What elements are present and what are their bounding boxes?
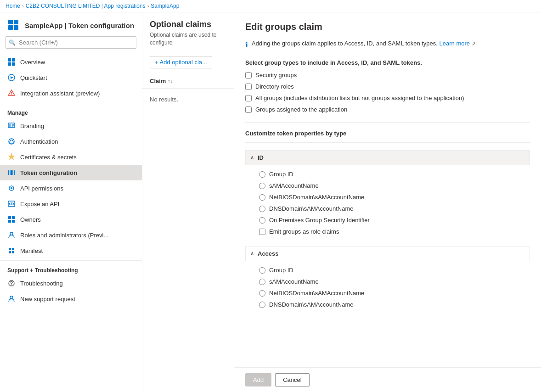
id-netbios-radio[interactable]	[259, 194, 265, 201]
checkbox-security-groups[interactable]: Security groups	[245, 72, 530, 78]
acc-dns-radio[interactable]	[259, 302, 265, 308]
acc-group-id-radio[interactable]	[259, 267, 265, 274]
svg-rect-23	[14, 170, 15, 175]
nav-item-certs[interactable]: Certificates & secrets	[0, 149, 142, 165]
app-icon	[7, 19, 20, 32]
svg-rect-14	[9, 124, 11, 127]
section-divider	[245, 122, 530, 123]
nav-item-expose[interactable]: Expose an API	[0, 196, 142, 212]
all-groups-label: All groups (includes distribution lists …	[255, 95, 464, 101]
support-section-label: Support + Troubleshooting	[0, 260, 142, 275]
checkbox-assigned-groups[interactable]: Groups assigned to the application	[245, 106, 530, 113]
add-button[interactable]: Add	[245, 373, 271, 386]
panel-title: Edit groups claim	[245, 22, 530, 32]
add-optional-button[interactable]: + Add optional cla...	[150, 56, 212, 68]
nav-item-manifest[interactable]: Manifest	[0, 243, 142, 258]
token-icon	[7, 168, 16, 177]
acc-sam-option[interactable]: sAMAccountName	[259, 278, 521, 285]
nav-item-branding[interactable]: Branding	[0, 118, 142, 134]
svg-rect-33	[9, 248, 11, 250]
id-dns-option[interactable]: DNSDomain\sAMAccountName	[259, 205, 521, 212]
integration-label: Integration assistant (preview)	[20, 90, 100, 97]
nav-item-support[interactable]: New support request	[0, 291, 142, 307]
nav-item-quickstart[interactable]: Quickstart	[0, 70, 142, 85]
nav-item-api[interactable]: API permissions	[0, 180, 142, 196]
token-label: Token configuration	[20, 169, 77, 176]
manifest-icon	[7, 246, 16, 255]
id-emit-option[interactable]: Emit groups as role claims	[259, 228, 521, 235]
manage-section-label: Manage	[0, 103, 142, 118]
support-label: New support request	[20, 296, 75, 302]
info-icon: ℹ	[245, 40, 248, 50]
access-section-label: Access	[258, 250, 279, 257]
id-collapse-header[interactable]: ∧ ID	[245, 150, 530, 165]
svg-rect-31	[12, 220, 15, 223]
acc-sam-radio[interactable]	[259, 279, 265, 285]
owners-icon	[7, 215, 16, 224]
svg-point-32	[10, 232, 13, 235]
info-banner: ℹ Adding the groups claim applies to Acc…	[245, 39, 530, 50]
nav-item-owners[interactable]: Owners	[0, 212, 142, 227]
id-onprem-radio[interactable]	[259, 217, 265, 224]
certs-icon	[7, 153, 16, 161]
access-section: ∧ Access Group ID sAMAccountName NetBIOS…	[245, 246, 530, 315]
search-icon: 🔍	[9, 39, 16, 46]
svg-rect-2	[8, 25, 13, 30]
checkbox-all-groups[interactable]: All groups (includes distribution lists …	[245, 95, 530, 101]
acc-dns-label: DNSDomain\sAMAccountName	[269, 301, 354, 308]
branding-label: Branding	[20, 123, 44, 129]
assigned-groups-checkbox[interactable]	[245, 106, 252, 113]
authentication-icon	[7, 137, 16, 146]
svg-line-27	[11, 202, 12, 205]
id-netbios-option[interactable]: NetBIOSDomain\sAMAccountName	[259, 194, 521, 201]
nav-item-roles[interactable]: Roles and administrators (Previ...	[0, 227, 142, 243]
all-groups-checkbox[interactable]	[245, 95, 252, 101]
nav-item-troubleshooting[interactable]: Troubleshooting	[0, 275, 142, 291]
svg-point-25	[11, 187, 12, 189]
select-group-types-label: Select group types to include in Access,…	[245, 59, 530, 66]
breadcrumb-home[interactable]: Home	[6, 3, 20, 9]
acc-netbios-option[interactable]: NetBIOSDomain\sAMAccountName	[259, 290, 521, 297]
support-icon	[7, 295, 16, 303]
troubleshooting-icon	[7, 279, 16, 287]
svg-marker-9	[11, 76, 13, 79]
svg-rect-19	[8, 170, 9, 175]
svg-rect-28	[8, 216, 11, 219]
svg-rect-5	[12, 58, 15, 62]
id-section: ∧ ID Group ID sAMAccountName NetBIOSDoma…	[245, 150, 530, 242]
id-sam-option[interactable]: sAMAccountName	[259, 182, 521, 189]
access-collapse-header[interactable]: ∧ Access	[245, 246, 530, 261]
id-group-id-radio[interactable]	[259, 171, 265, 178]
breadcrumb-tenant[interactable]: C2B2 CONSULTING LIMITED | App registrati…	[26, 3, 146, 9]
acc-dns-option[interactable]: DNSDomain\sAMAccountName	[259, 301, 521, 308]
right-panel: Edit groups claim ℹ Adding the groups cl…	[234, 12, 541, 392]
acc-netbios-radio[interactable]	[259, 290, 265, 297]
svg-rect-35	[9, 251, 11, 253]
svg-rect-4	[8, 58, 11, 62]
nav-item-integration[interactable]: Integration assistant (preview)	[0, 85, 142, 101]
learn-more-link[interactable]: Learn more	[440, 40, 470, 47]
nav-item-overview[interactable]: Overview	[0, 54, 142, 70]
security-groups-label: Security groups	[255, 72, 297, 78]
cancel-button[interactable]: Cancel	[275, 373, 309, 386]
id-sam-radio[interactable]	[259, 183, 265, 189]
checkbox-directory-roles[interactable]: Directory roles	[245, 83, 530, 90]
breadcrumb-current[interactable]: SampleApp	[151, 3, 179, 9]
nav-item-authentication[interactable]: Authentication	[0, 134, 142, 149]
search-container: 🔍	[6, 36, 136, 49]
acc-group-id-option[interactable]: Group ID	[259, 267, 521, 274]
id-netbios-label: NetBIOSDomain\sAMAccountName	[269, 194, 364, 201]
nav-item-token[interactable]: Token configuration	[0, 165, 142, 180]
panel-footer: Add Cancel	[234, 367, 541, 392]
id-dns-radio[interactable]	[259, 206, 265, 212]
directory-roles-checkbox[interactable]	[245, 84, 252, 90]
svg-rect-22	[12, 170, 13, 175]
svg-point-12	[11, 94, 12, 95]
id-group-id-option[interactable]: Group ID	[259, 171, 521, 178]
id-onprem-option[interactable]: On Premises Group Security Identifier	[259, 217, 521, 224]
security-groups-checkbox[interactable]	[245, 72, 252, 78]
search-input[interactable]	[6, 36, 136, 49]
id-emit-checkbox[interactable]	[259, 229, 265, 235]
access-chevron-icon: ∧	[250, 251, 254, 257]
no-results-text: No results.	[142, 89, 234, 110]
